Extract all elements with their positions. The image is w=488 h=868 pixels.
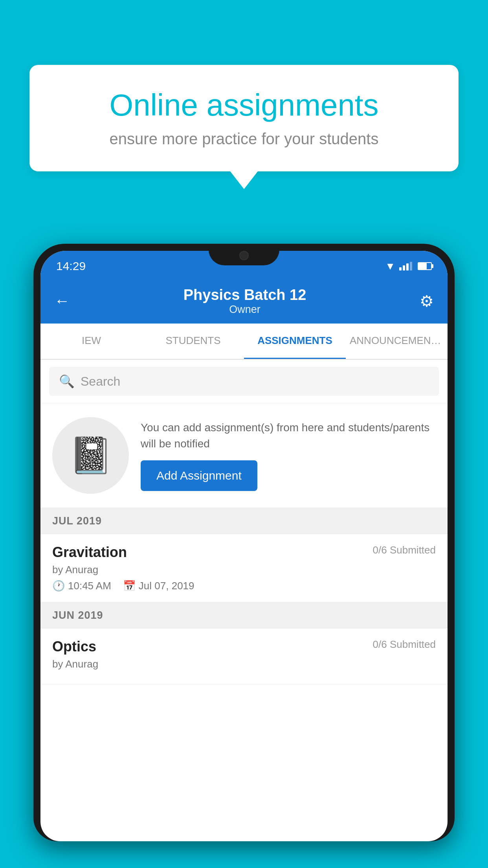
tabs-container: IEW STUDENTS ASSIGNMENTS ANNOUNCEMENTS	[40, 324, 448, 360]
assignment-time-value: 10:45 AM	[68, 580, 111, 592]
wifi-icon: ▼	[385, 260, 395, 272]
assignment-item-header: Gravitation 0/6 Submitted	[52, 544, 436, 561]
search-container: 🔍 Search	[40, 360, 448, 403]
speech-bubble-arrow	[230, 171, 258, 189]
optics-name: Optics	[52, 638, 96, 655]
speech-bubble-title: Online assignments	[57, 88, 431, 122]
search-box[interactable]: 🔍 Search	[49, 367, 439, 396]
search-icon: 🔍	[59, 374, 75, 389]
assignment-item-optics[interactable]: Optics 0/6 Submitted by Anurag	[40, 629, 448, 684]
optics-submitted: 0/6 Submitted	[373, 638, 436, 651]
optics-author: by Anurag	[52, 658, 436, 670]
assignment-meta: 🕐 10:45 AM 📅 Jul 07, 2019	[52, 580, 436, 592]
speech-bubble-container: Online assignments ensure more practice …	[29, 65, 459, 189]
optics-item-header: Optics 0/6 Submitted	[52, 638, 436, 655]
speech-bubble-subtitle: ensure more practice for your students	[57, 130, 431, 148]
status-time: 14:29	[56, 259, 86, 273]
battery-icon	[418, 262, 432, 270]
calendar-icon: 📅	[123, 580, 136, 592]
assignment-submitted: 0/6 Submitted	[373, 544, 436, 556]
add-assignment-content: You can add assignment(s) from here and …	[141, 420, 436, 491]
assignment-author: by Anurag	[52, 564, 436, 576]
back-button[interactable]: ←	[54, 292, 70, 310]
header-center: Physics Batch 12 Owner	[183, 287, 306, 316]
assignment-time: 🕐 10:45 AM	[52, 580, 111, 592]
assignment-name: Gravitation	[52, 544, 127, 561]
notebook-icon: 📓	[69, 435, 113, 476]
settings-icon[interactable]: ⚙	[420, 292, 434, 310]
tab-announcements[interactable]: ANNOUNCEMENTS	[346, 324, 448, 359]
phone-screen: 14:29 ▼	[40, 251, 448, 841]
section-header-jul: JUL 2019	[40, 508, 448, 534]
header-title: Physics Batch 12	[183, 287, 306, 303]
assignment-item-gravitation[interactable]: Gravitation 0/6 Submitted by Anurag 🕐 10…	[40, 534, 448, 602]
tab-iew[interactable]: IEW	[40, 324, 142, 359]
add-assignment-description: You can add assignment(s) from here and …	[141, 420, 436, 452]
tab-students[interactable]: STUDENTS	[142, 324, 244, 359]
phone-camera	[239, 251, 249, 260]
assignment-date-value: Jul 07, 2019	[139, 580, 194, 592]
phone-notch	[209, 244, 279, 265]
speech-bubble: Online assignments ensure more practice …	[29, 65, 459, 171]
tab-assignments[interactable]: ASSIGNMENTS	[244, 324, 346, 359]
assignment-icon-circle: 📓	[52, 417, 129, 494]
app-header: ← Physics Batch 12 Owner ⚙	[40, 278, 448, 324]
clock-icon: 🕐	[52, 580, 65, 592]
header-subtitle: Owner	[183, 303, 306, 316]
phone-outer: 14:29 ▼	[33, 244, 455, 841]
section-header-jun: JUN 2019	[40, 602, 448, 629]
phone-wrapper: 14:29 ▼	[33, 244, 455, 868]
add-assignment-button[interactable]: Add Assignment	[141, 460, 257, 491]
add-assignment-section: 📓 You can add assignment(s) from here an…	[40, 403, 448, 508]
assignment-date: 📅 Jul 07, 2019	[123, 580, 194, 592]
signal-bars	[399, 262, 412, 270]
status-icons: ▼	[385, 260, 432, 272]
search-placeholder: Search	[81, 374, 120, 389]
